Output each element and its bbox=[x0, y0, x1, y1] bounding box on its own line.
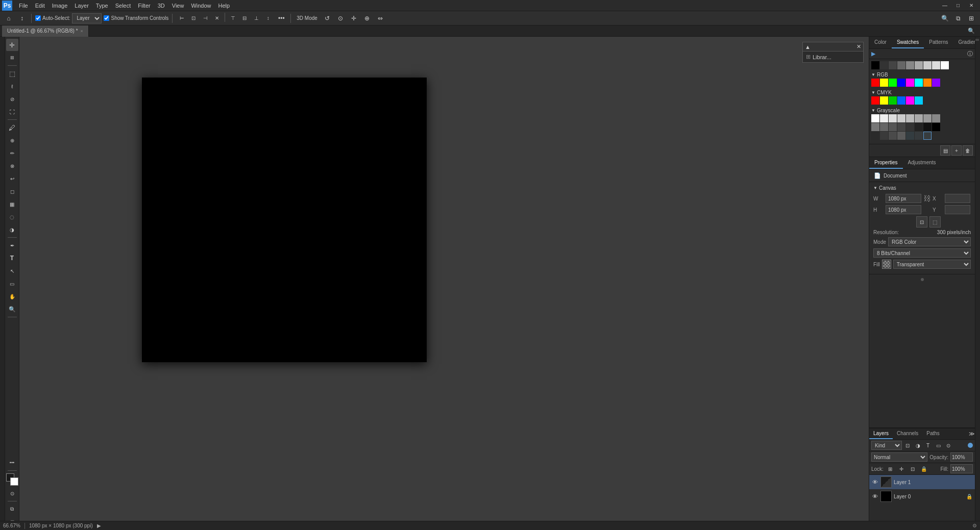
auto-select-label[interactable]: Auto-Select: bbox=[35, 15, 70, 21]
lasso-tool[interactable]: ℓ bbox=[6, 80, 18, 92]
status-arrow-icon[interactable]: ▶ bbox=[97, 523, 101, 528]
background-color[interactable] bbox=[10, 477, 18, 486]
layer-select[interactable]: Layer Group bbox=[72, 13, 102, 23]
maximize-button[interactable]: □ bbox=[951, 0, 965, 11]
swatch-white[interactable] bbox=[941, 61, 949, 69]
align-center-h-icon[interactable]: ⊡ bbox=[188, 13, 199, 24]
gs-swatch-6[interactable] bbox=[915, 114, 923, 122]
adjustments-tab[interactable]: Adjustments bbox=[903, 157, 941, 169]
gs-swatch-16[interactable] bbox=[932, 123, 940, 131]
gs-swatch-13[interactable] bbox=[906, 123, 914, 131]
cmyk-section-header[interactable]: ▼ CMYK bbox=[871, 89, 973, 96]
properties-tab[interactable]: Properties bbox=[869, 157, 903, 169]
text-tool[interactable]: T bbox=[6, 252, 18, 264]
align-top-icon[interactable]: ⊤ bbox=[227, 13, 238, 24]
lock-all-icon[interactable]: 🔒 bbox=[919, 464, 928, 473]
swatch-dark-gray-2[interactable] bbox=[889, 61, 897, 69]
cmyk-swatch-magenta[interactable] bbox=[906, 96, 914, 105]
swatch-light-gray[interactable] bbox=[915, 61, 923, 69]
library-collapse-icon[interactable]: ▲ bbox=[805, 44, 811, 50]
layers-collapse-icon[interactable]: ≫ bbox=[969, 431, 975, 437]
zoom-tool[interactable]: 🔍 bbox=[6, 303, 18, 315]
brush-tool[interactable]: ✏ bbox=[6, 147, 18, 159]
menu-edit[interactable]: Edit bbox=[32, 0, 48, 11]
canvas-area[interactable]: ▲ ✕ ⊞ Librar... bbox=[19, 37, 869, 530]
align-left-icon[interactable]: ⊢ bbox=[176, 13, 187, 24]
arrange-icon[interactable]: ⧉ bbox=[952, 13, 964, 24]
canvas[interactable] bbox=[142, 78, 427, 362]
menu-window[interactable]: Window bbox=[187, 0, 214, 11]
left-collapse-bar[interactable] bbox=[0, 37, 5, 530]
fill-input[interactable] bbox=[950, 464, 973, 473]
gs-swatch-11[interactable] bbox=[889, 123, 897, 131]
library-panel-title[interactable]: Librar... bbox=[813, 54, 831, 60]
align-x-icon[interactable]: ✕ bbox=[211, 13, 223, 24]
swatch-delete-icon[interactable]: 🗑 bbox=[963, 145, 973, 156]
fill-swatch[interactable] bbox=[882, 260, 891, 269]
minimize-button[interactable]: — bbox=[938, 0, 951, 11]
color-tab[interactable]: Color bbox=[869, 37, 892, 48]
swatch-green[interactable] bbox=[889, 79, 897, 87]
blur-tool[interactable]: ◌ bbox=[6, 211, 18, 223]
lock-position-icon[interactable]: ✛ bbox=[897, 464, 906, 473]
zoom3d-icon[interactable]: ⊕ bbox=[361, 13, 373, 24]
slide-icon[interactable]: ⇔ bbox=[375, 13, 386, 24]
eyedropper-tool[interactable]: 🖊 bbox=[6, 121, 18, 134]
height-input[interactable] bbox=[886, 205, 921, 214]
landscape-icon[interactable]: ⬚ bbox=[929, 216, 941, 228]
swatch-mid-gray[interactable] bbox=[897, 61, 905, 69]
gs-swatch-20[interactable] bbox=[897, 132, 905, 140]
x-input[interactable] bbox=[945, 194, 970, 203]
tab-search-icon[interactable]: 🔍 bbox=[965, 28, 978, 34]
pen-tool[interactable]: ✒ bbox=[6, 239, 18, 251]
swatches-tab[interactable]: Swatches bbox=[892, 37, 924, 48]
rgb-section-header[interactable]: ▼ RGB bbox=[871, 71, 973, 79]
menu-type[interactable]: Type bbox=[92, 0, 112, 11]
menu-view[interactable]: View bbox=[168, 0, 188, 11]
layer-item-1[interactable]: 👁 Layer 1 bbox=[869, 475, 975, 489]
more-options-icon[interactable]: ••• bbox=[276, 13, 287, 24]
gs-swatch-12[interactable] bbox=[897, 123, 905, 131]
workspaces-icon[interactable]: ⊞ bbox=[966, 13, 977, 24]
menu-3d[interactable]: 3D bbox=[154, 0, 168, 11]
artboard-tool[interactable]: ⊞ bbox=[6, 52, 18, 64]
swatch-near-white[interactable] bbox=[932, 61, 940, 69]
link-proportions-icon[interactable]: ⛓ bbox=[923, 195, 930, 202]
gs-swatch-10[interactable] bbox=[880, 123, 888, 131]
swatch-lighter-gray[interactable] bbox=[923, 61, 932, 69]
info-icon[interactable]: ⓘ bbox=[967, 50, 973, 58]
layer-0-visibility-icon[interactable]: 👁 bbox=[871, 493, 878, 500]
transform-controls-label[interactable]: Show Transform Controls bbox=[104, 15, 168, 21]
orbit-icon[interactable]: ⊙ bbox=[335, 13, 346, 24]
align-right-icon[interactable]: ⊣ bbox=[200, 13, 211, 24]
history-brush-tool[interactable]: ↩ bbox=[6, 172, 18, 185]
right-collapse-bar[interactable]: || bbox=[975, 37, 980, 530]
cmyk-swatch-cyan[interactable] bbox=[915, 96, 923, 105]
menu-file[interactable]: File bbox=[15, 0, 32, 11]
swatch-dark-gray-1[interactable] bbox=[880, 61, 888, 69]
gs-swatch-8[interactable] bbox=[932, 114, 940, 122]
cmyk-swatch-blue[interactable] bbox=[897, 96, 905, 105]
swatch-yellow[interactable] bbox=[880, 79, 888, 87]
stamp-tool[interactable]: ⊗ bbox=[6, 160, 18, 172]
gs-swatch-19[interactable] bbox=[889, 132, 897, 140]
patterns-tab[interactable]: Patterns bbox=[924, 37, 953, 48]
gs-swatch-5[interactable] bbox=[906, 114, 914, 122]
dodge-tool[interactable]: ◑ bbox=[6, 223, 18, 236]
lock-artboard-icon[interactable]: ⊡ bbox=[908, 464, 917, 473]
swatch-add-icon[interactable]: + bbox=[951, 145, 962, 156]
play-icon[interactable]: ▶ bbox=[871, 51, 875, 57]
tool-options-icon[interactable]: ↕ bbox=[16, 13, 28, 24]
cmyk-swatch-yellow[interactable] bbox=[880, 96, 888, 105]
opacity-input[interactable] bbox=[950, 452, 973, 462]
gs-swatch-22[interactable] bbox=[915, 132, 923, 140]
filter-text-icon[interactable]: T bbox=[923, 441, 933, 450]
gs-swatch-18[interactable] bbox=[880, 132, 888, 140]
layer-item-0[interactable]: 👁 Layer 0 🔒 bbox=[869, 489, 975, 503]
align-v-icon[interactable]: ↕ bbox=[262, 13, 274, 24]
gs-swatch-selected[interactable] bbox=[923, 132, 932, 140]
auto-select-checkbox[interactable] bbox=[35, 15, 41, 21]
swatch-orange[interactable] bbox=[923, 79, 932, 87]
close-button[interactable]: ✕ bbox=[965, 0, 978, 11]
more-tools[interactable]: ••• bbox=[6, 457, 18, 469]
